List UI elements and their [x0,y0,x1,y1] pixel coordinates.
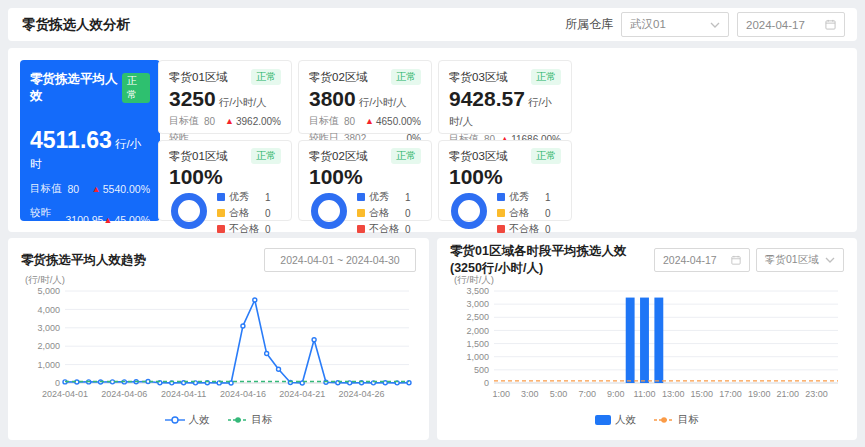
arrow-up-icon: ▲ [103,216,112,225]
status-badge: 正常 [122,73,150,103]
legend-label: 优秀 [229,190,265,204]
trend-chart-panel: 零货拣选平均人效趋势 2024-04-01 ~ 2024-04-30 (行/时/… [8,238,429,440]
warehouse-select-value: 武汉01 [630,17,666,32]
y-tick-label: 4,000 [37,305,60,315]
hourly-date-value: 2024-04-17 [663,254,717,266]
summary-card: 零货拣选平均人效 正常 4511.63行/小时 目标值 80 ▲5540.00%… [20,60,160,221]
area-select[interactable]: 零货01区域 [756,248,844,272]
x-tick-label: 19:00 [748,389,771,399]
x-tick-label: 9:00 [607,389,625,399]
x-tick-label: 21:00 [777,389,800,399]
donut-legend: 优秀1 合格0 不合格0 [357,190,411,236]
legend-item[interactable]: 人效 [595,413,636,427]
kpi-section: 零货拣选平均人效 正常 4511.63行/小时 目标值 80 ▲5540.00%… [8,48,857,232]
date-picker[interactable]: 2024-04-17 [737,12,845,37]
data-point [110,380,114,384]
bar [640,298,649,383]
y-tick-label: 500 [474,365,489,375]
arrow-up-icon: ▲ [225,117,234,126]
status-badge: 正常 [531,148,561,164]
status-badge: 正常 [391,69,421,85]
hourly-chart-legend: 人效目标 [450,411,844,429]
y-tick-label: 3,500 [466,286,489,296]
legend-swatch [217,209,225,217]
legend-swatch [357,193,365,201]
legend-item[interactable]: 目标 [228,413,273,427]
x-tick-label: 17:00 [719,389,742,399]
target-label: 目标值 [309,114,339,128]
prev-label: 较昨日 [30,206,59,234]
x-tick-label: 7:00 [578,389,596,399]
y-tick-label: 1,500 [466,339,489,349]
legend-count: 0 [265,208,271,219]
hourly-bar-chart: (行/时/人)05001,0001,5002,0002,5003,0003,50… [450,273,844,411]
calendar-icon [825,19,836,30]
legend-label: 人效 [615,413,636,427]
card-title: 零货01区域 [169,70,228,85]
calendar-icon [731,255,741,265]
status-badge: 正常 [391,148,421,164]
card-title: 零货03区域 [449,149,508,164]
dashed-series-icon [654,415,674,425]
header-filters: 所属仓库 武汉01 2024-04-17 [565,12,845,37]
status-badge: 正常 [531,69,561,85]
rate-card-01: 零货01区域正常 100% 优秀1 合格0 不合格0 [158,140,292,221]
hourly-chart-title: 零货01区域各时段平均拣选人效(3250行/小时/人) [450,243,654,277]
bar [626,298,635,383]
summary-value: 4511.63 [30,127,112,153]
y-tick-label: 1,000 [37,360,60,370]
bar [654,298,663,383]
legend-label: 优秀 [509,190,545,204]
arrow-up-icon: ▲ [92,185,101,194]
prev-delta: 45.00% [114,214,150,226]
x-tick-label: 2024-04-26 [339,389,385,399]
page-title: 零货拣选人效分析 [22,16,130,34]
y-tick-label: 0 [484,378,489,388]
donut-legend: 优秀1 合格0 不合格0 [497,190,551,236]
donut-chart [311,193,347,229]
y-tick-label: 1,000 [466,352,489,362]
x-tick-label: 13:00 [662,389,685,399]
status-badge: 正常 [251,69,281,85]
legend-count: 1 [545,192,551,203]
donut-chart [171,193,207,229]
legend-label: 人效 [189,413,210,427]
legend-label: 不合格 [509,222,545,236]
y-tick-label: 5,000 [37,286,60,296]
legend-label: 合格 [369,206,405,220]
y-tick-label: 0 [55,378,60,388]
card-value: 3250 [169,87,216,110]
card-title: 零货02区域 [309,70,368,85]
rate-card-02: 零货02区域正常 100% 优秀1 合格0 不合格0 [298,140,432,221]
rate-card-03: 零货03区域正常 100% 优秀1 合格0 不合格0 [438,140,572,221]
card-title: 零货03区域 [449,70,508,85]
y-tick-label: 3,000 [37,323,60,333]
warehouse-select[interactable]: 武汉01 [621,12,729,37]
hourly-chart-panel: 零货01区域各时段平均拣选人效(3250行/小时/人) 2024-04-17 零… [437,238,857,440]
target-value: 80 [68,183,80,195]
efficiency-card-03: 零货03区域正常 9428.57行/小时/人 目标值80▲11686.00% 较… [438,60,572,134]
arrow-up-icon: ▲ [365,117,374,126]
trend-chart-legend: 人效目标 [21,411,416,429]
chevron-down-icon [825,257,835,263]
legend-label: 不合格 [229,222,265,236]
trend-chart-title: 零货拣选平均人效趋势 [21,252,146,269]
legend-swatch [217,225,225,233]
x-tick-label: 2024-04-06 [101,389,147,399]
legend-count: 1 [265,192,271,203]
dashed-series-icon [228,415,248,425]
target-delta: 5540.00% [103,183,150,195]
area-select-value: 零货01区域 [765,253,819,267]
summary-prev-row: 较昨日 3100.95 ▲45.00% [30,206,150,234]
legend-label: 目标 [678,413,699,427]
legend-item[interactable]: 人效 [165,413,210,427]
target-delta: 3962.00% [236,116,281,127]
card-value: 3800 [309,87,356,110]
target-label: 目标值 [30,182,62,196]
legend-item[interactable]: 目标 [654,413,699,427]
hourly-date-picker[interactable]: 2024-04-17 [654,248,750,272]
legend-swatch [357,209,365,217]
x-tick-label: 3:00 [521,389,539,399]
date-range-picker[interactable]: 2024-04-01 ~ 2024-04-30 [264,248,416,272]
summary-card-title: 零货拣选平均人效 [30,71,122,105]
